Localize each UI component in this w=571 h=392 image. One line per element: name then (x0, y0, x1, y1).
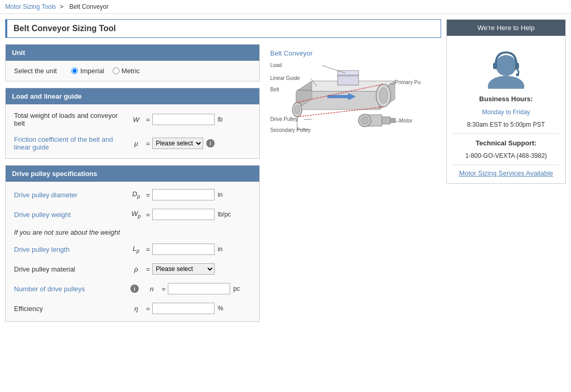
breadcrumb-parent[interactable]: Motor Sizing Tools (5, 3, 56, 10)
dp-weight-symbol: Wp (128, 210, 144, 219)
breadcrumb: Motor Sizing Tools > Belt Conveyor (0, 0, 571, 14)
unit-radio-group: Imperial Metric (71, 67, 140, 75)
total-weight-label: Total weight of loads and conveyor belt (14, 112, 128, 127)
belt-label: Belt (270, 87, 279, 92)
dp-number-input[interactable] (168, 283, 230, 294)
support-number: 1-800-GO-VEXTA (468-3982) (453, 151, 559, 160)
dp-diameter-symbol: Dp (128, 190, 144, 199)
drive-pulley-label: Drive Pulley (270, 116, 298, 122)
dp-number-input-area: pc (168, 283, 240, 294)
business-hours-time: 8:30am EST to 5:00pm PST (453, 120, 559, 129)
friction-info-icon[interactable]: i (206, 139, 215, 147)
efficiency-row: Efficiency η = % (14, 303, 251, 314)
dp-length-input-area: in (152, 244, 222, 255)
radio-imperial-input[interactable] (71, 67, 78, 74)
dp-material-symbol: ρ (128, 265, 144, 273)
dp-weight-label: Drive pulley weight (14, 211, 128, 219)
svg-point-9 (379, 88, 388, 103)
form-column: Unit Select the unit Imperial Metric (5, 44, 260, 328)
motor-sizing-services-link[interactable]: Motor Sizing Services Available (459, 169, 553, 177)
page-wrapper: Belt Conveyor Sizing Tool Unit Select th… (0, 14, 571, 333)
dp-material-input-area: Please select (152, 263, 215, 275)
svg-line-19 (322, 65, 346, 73)
dp-weight-unit: lb/pc (218, 211, 231, 218)
business-hours-days: Monday to Friday (453, 107, 559, 117)
dp-length-input[interactable] (152, 244, 215, 255)
dp-number-row: Number of drive pulleys i n = pc (14, 283, 251, 294)
dp-length-row: Drive pulley length Lp = in (14, 244, 251, 255)
diagram-title: Belt Conveyor (270, 49, 441, 57)
dp-weight-input-area: lb/pc (152, 209, 231, 220)
total-weight-equals: = (144, 116, 152, 124)
dp-weight-equals: = (144, 211, 152, 219)
dp-material-select[interactable]: Please select (152, 263, 215, 275)
friction-coeff-input-area: Please select i (152, 138, 215, 149)
dp-diameter-input[interactable] (152, 189, 215, 200)
friction-coeff-select[interactable]: Please select (152, 138, 203, 149)
svg-rect-29 (493, 63, 497, 69)
drive-pulley-header: Drive pulley specifications (6, 166, 259, 182)
help-header: We're Here to Help (447, 20, 565, 36)
dp-material-label: Drive pulley material (14, 265, 128, 273)
page-title: Belt Conveyor Sizing Tool (5, 19, 441, 38)
load-linear-body: Total weight of loads and conveyor belt … (6, 104, 259, 158)
svg-point-27 (488, 76, 524, 89)
dp-weight-row: Drive pulley weight Wp = lb/pc (14, 209, 251, 220)
drive-pulley-section: Drive pulley specifications Drive pulley… (5, 165, 260, 322)
help-divider-2 (453, 165, 559, 165)
diagram-column: Belt Conveyor (270, 44, 441, 328)
radio-imperial-label: Imperial (80, 67, 104, 75)
svg-point-31 (516, 73, 519, 76)
secondary-pulley-label: Secondary Pulley (270, 127, 311, 133)
radio-metric[interactable]: Metric (113, 67, 140, 75)
svg-marker-6 (338, 71, 358, 75)
breadcrumb-separator: > (60, 3, 63, 10)
dp-length-equals: = (144, 246, 152, 253)
dp-length-label: Drive pulley length (14, 246, 128, 253)
dp-diameter-label: Drive pulley diameter (14, 191, 128, 199)
load-label: Load (270, 62, 282, 68)
total-weight-unit: lb (218, 116, 222, 123)
dp-number-equals: = (160, 285, 168, 293)
efficiency-input[interactable] (152, 303, 215, 314)
efficiency-label: Efficiency (14, 305, 128, 313)
svg-rect-12 (390, 118, 395, 123)
content-area: Unit Select the unit Imperial Metric (5, 44, 441, 328)
radio-metric-input[interactable] (113, 67, 119, 74)
linear-guide-label: Linear Guide (270, 75, 300, 81)
friction-coeff-symbol: μ (128, 140, 144, 147)
radio-imperial[interactable]: Imperial (71, 67, 104, 75)
dp-number-info-icon[interactable]: i (130, 285, 139, 293)
efficiency-equals: = (144, 305, 152, 313)
main-content: Belt Conveyor Sizing Tool Unit Select th… (5, 19, 441, 328)
help-body: Business Hours: Monday to Friday 8:30am … (447, 36, 565, 183)
dp-material-row: Drive pulley material ρ = Please select (14, 263, 251, 275)
efficiency-unit: % (218, 305, 223, 312)
total-weight-input-area: lb (152, 114, 222, 125)
friction-coeff-label: Friction coefficient of the belt and lin… (14, 136, 128, 151)
drive-pulley-body: Drive pulley diameter Dp = in Drive pull… (6, 182, 259, 321)
dp-number-symbol: n (144, 285, 160, 293)
friction-coeff-row: Friction coefficient of the belt and lin… (14, 136, 251, 151)
unit-section-body: Select the unit Imperial Metric (6, 61, 259, 81)
belt-conveyor-diagram: Load Linear Guide Belt Primary Pulley Dr… (270, 60, 421, 154)
dp-diameter-equals: = (144, 191, 152, 199)
efficiency-input-area: % (152, 303, 223, 314)
total-weight-input[interactable] (152, 114, 215, 125)
svg-point-14 (361, 117, 368, 124)
radio-metric-label: Metric (122, 67, 140, 75)
sidebar: We're Here to Help (446, 19, 566, 328)
dp-diameter-row: Drive pulley diameter Dp = in (14, 189, 251, 200)
svg-point-28 (496, 55, 516, 76)
load-linear-header: Load and linear guide (6, 88, 259, 104)
support-avatar (483, 47, 529, 89)
dp-weight-input[interactable] (152, 209, 215, 220)
svg-rect-4 (338, 75, 358, 85)
primary-pulley-label: Primary Pulley (395, 79, 421, 85)
dp-length-unit: in (218, 246, 222, 253)
dp-weight-note: If you are not sure about the weight (14, 228, 251, 236)
technical-support-label: Technical Support: (453, 138, 559, 148)
help-box: We're Here to Help (446, 19, 566, 184)
business-hours-label: Business Hours: (453, 94, 559, 104)
dp-diameter-input-area: in (152, 189, 222, 200)
